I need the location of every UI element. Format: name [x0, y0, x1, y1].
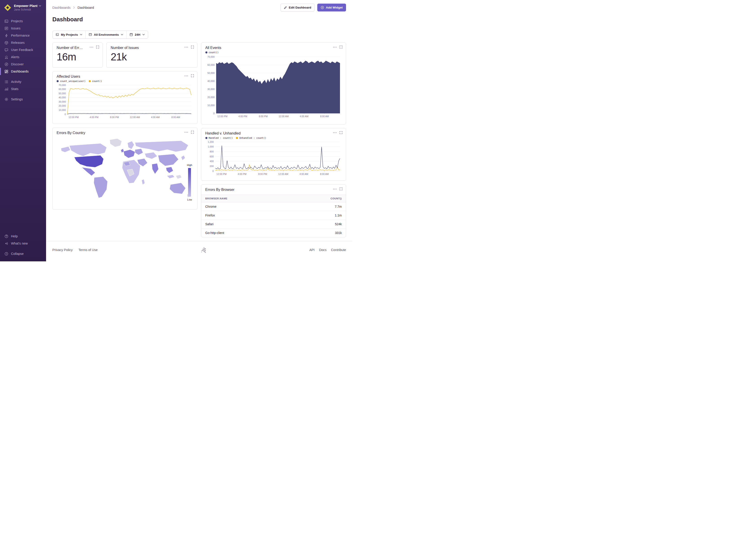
dashboards-icon	[4, 69, 8, 74]
sidebar-item-settings[interactable]: Settings	[0, 96, 46, 103]
svg-text:0: 0	[213, 112, 215, 115]
sidebar-item-label: Alerts	[11, 55, 19, 59]
widget-title: Handled v. Unhandled	[206, 131, 342, 135]
svg-text:800: 800	[210, 150, 214, 153]
browser-name: Safari	[206, 222, 214, 226]
sidebar-item-user-feedback[interactable]: User Feedback	[0, 46, 46, 54]
widget-menu-icon[interactable]	[185, 47, 188, 47]
projects-filter[interactable]: My Projects	[53, 31, 85, 38]
svg-text:600: 600	[210, 155, 214, 158]
sidebar: Empower Plant Jane Schmidt Projects Issu…	[0, 0, 46, 261]
table-row[interactable]: Chrome7.7m	[201, 202, 346, 211]
kpi-value: 16m	[57, 51, 98, 63]
svg-text:10,000: 10,000	[59, 109, 66, 112]
svg-text:10,000: 10,000	[207, 104, 214, 107]
widget-expand-icon[interactable]	[191, 131, 194, 134]
svg-text:50,000: 50,000	[207, 72, 214, 74]
widget-menu-icon[interactable]	[185, 76, 188, 76]
widget-menu-icon[interactable]	[333, 47, 336, 47]
page-title: Dashboard	[46, 12, 352, 23]
time-range-label: 24H	[135, 33, 140, 36]
widget-menu-icon[interactable]	[333, 188, 336, 189]
breadcrumb-dashboards[interactable]: Dashboards	[52, 6, 71, 9]
sidebar-item-label: What's new	[11, 242, 28, 245]
sidebar-item-issues[interactable]: Issues	[0, 25, 46, 32]
widget-menu-icon[interactable]	[185, 132, 188, 133]
svg-text:1,200: 1,200	[208, 141, 213, 143]
sidebar-item-stats[interactable]: Stats	[0, 85, 46, 93]
svg-text:8:00 AM: 8:00 AM	[320, 173, 329, 175]
sidebar-item-projects[interactable]: Projects	[0, 18, 46, 25]
chevron-down-icon	[39, 5, 41, 6]
widget-expand-icon[interactable]	[191, 45, 194, 48]
breadcrumb-chevron-icon	[73, 6, 75, 9]
browser-count: 7.7m	[335, 205, 342, 208]
svg-text:12:00 AM: 12:00 AM	[278, 173, 288, 175]
widget-number-of-errors: Number of Err… 16m	[52, 42, 103, 67]
table-row[interactable]: Firefox1.1m	[201, 211, 346, 220]
add-widget-button[interactable]: Add Widget	[317, 4, 346, 12]
widget-menu-icon[interactable]	[90, 47, 93, 47]
svg-text:20,000: 20,000	[59, 104, 66, 107]
map-legend-high: High	[187, 164, 192, 166]
sidebar-item-activity[interactable]: Activity	[0, 78, 46, 85]
table-row[interactable]: Safari524k	[201, 220, 346, 228]
chevron-down-icon	[142, 34, 145, 35]
svg-text:12:00 AM: 12:00 AM	[279, 115, 289, 118]
privacy-policy-link[interactable]: Privacy Policy	[52, 248, 73, 252]
widget-expand-icon[interactable]	[96, 45, 99, 48]
environments-filter-label: All Environments	[94, 33, 119, 36]
widget-errors-by-browser: Errors By Browser BROWSER.NAME COUNT() C…	[201, 184, 346, 237]
sidebar-item-discover[interactable]: Discover	[0, 61, 46, 68]
sidebar-item-collapse[interactable]: Collapse	[0, 250, 46, 257]
widget-expand-icon[interactable]	[340, 187, 343, 191]
svg-text:8:00 PM: 8:00 PM	[259, 115, 267, 118]
sidebar-item-releases[interactable]: Releases	[0, 39, 46, 46]
sidebar-item-alerts[interactable]: Alerts	[0, 54, 46, 61]
handled-unhandled-chart: 02004006008001,0001,20012:00 PM4:00 PM8:…	[206, 141, 341, 176]
legend-dot	[206, 52, 207, 54]
sidebar-item-label: Settings	[11, 97, 23, 101]
widget-expand-icon[interactable]	[340, 45, 343, 48]
sidebar-item-whats-new[interactable]: What's new	[0, 240, 46, 247]
add-widget-label: Add Widget	[326, 6, 343, 9]
column-count: COUNT()	[331, 197, 342, 200]
widget-title: All Events	[206, 46, 342, 50]
terms-of-use-link[interactable]: Terms of Use	[78, 248, 98, 252]
docs-link[interactable]: Docs	[319, 248, 327, 252]
browser-count: 331k	[335, 231, 342, 235]
breadcrumb-current: Dashboard	[78, 6, 94, 9]
sidebar-item-label: Discover	[11, 62, 24, 66]
widget-menu-icon[interactable]	[333, 132, 336, 133]
widget-expand-icon[interactable]	[191, 74, 194, 77]
filter-bar: My Projects All Environments 24H	[52, 31, 148, 39]
browser-count: 1.1m	[335, 214, 342, 217]
activity-icon	[4, 80, 8, 84]
widget-errors-by-country: Errors By Country	[52, 127, 197, 209]
contribute-link[interactable]: Contribute	[331, 248, 346, 252]
settings-icon	[4, 97, 8, 101]
table-row[interactable]: Go-http-client331k	[201, 228, 346, 237]
sidebar-item-performance[interactable]: Performance	[0, 32, 46, 39]
svg-text:8:00 AM: 8:00 AM	[320, 115, 329, 118]
legend-label: Handled : count()	[209, 137, 233, 139]
map-legend: High Low	[187, 164, 192, 201]
sidebar-item-help[interactable]: Help	[0, 233, 46, 240]
sidebar-item-dashboards[interactable]: Dashboards	[0, 68, 46, 75]
svg-text:40,000: 40,000	[59, 96, 66, 99]
edit-dashboard-button[interactable]: Edit Dashboard	[280, 4, 315, 12]
map-legend-gradient	[188, 168, 191, 197]
widget-expand-icon[interactable]	[340, 131, 343, 134]
sidebar-item-label: Projects	[11, 19, 23, 23]
time-range-filter[interactable]: 24H	[127, 31, 148, 38]
sidebar-item-label: Issues	[11, 26, 20, 30]
svg-text:50,000: 50,000	[59, 92, 66, 95]
org-switcher[interactable]: Empower Plant Jane Schmidt	[0, 4, 46, 12]
edit-dashboard-label: Edit Dashboard	[289, 6, 311, 9]
browser-name: Chrome	[206, 205, 217, 208]
chevron-down-icon	[121, 34, 123, 35]
table-body: Chrome7.7mFirefox1.1mSafari524kGo-http-c…	[201, 202, 346, 237]
projects-filter-label: My Projects	[61, 33, 78, 36]
api-link[interactable]: API	[309, 248, 315, 252]
environments-filter[interactable]: All Environments	[85, 31, 127, 38]
